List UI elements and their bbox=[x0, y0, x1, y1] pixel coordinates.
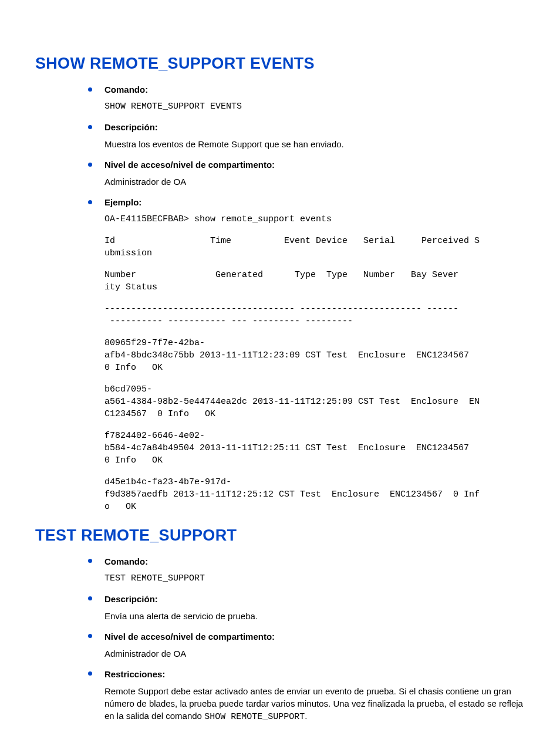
s2-restr-suffix: . bbox=[305, 711, 307, 721]
s1-ejemplo: Ejemplo: OA-E4115BECFBAB> show remote_su… bbox=[88, 196, 525, 513]
s2-comando-label: Comando: bbox=[104, 555, 525, 568]
s1-comando-label: Comando: bbox=[104, 83, 525, 96]
s1-ejemplo-line0: OA-E4115BECFBAB> show remote_support eve… bbox=[104, 213, 525, 225]
s2-descripcion: Descripción: Envía una alerta de servici… bbox=[88, 593, 525, 622]
s2-nivel: Nivel de acceso/nivel de compartimento: … bbox=[88, 630, 525, 660]
s1-ejemplo-label: Ejemplo: bbox=[104, 196, 525, 208]
s2-restr-prefix: Remote Support debe estar activado antes… bbox=[104, 686, 523, 721]
s2-restr-code: SHOW REMOTE_SUPPORT bbox=[204, 712, 305, 722]
s1-ejemplo-line6: f7824402-6646-4e02- b584-4c7a84b49504 20… bbox=[104, 430, 525, 467]
s2-nivel-label: Nivel de acceso/nivel de compartimento: bbox=[104, 630, 525, 643]
s1-comando-code: SHOW REMOTE_SUPPORT EVENTS bbox=[104, 100, 525, 113]
s1-descripcion-label: Descripción: bbox=[104, 121, 525, 133]
s1-ejemplo-line5: b6cd7095- a561-4384-98b2-5e44744ea2dc 20… bbox=[104, 383, 525, 420]
s2-comando-code: TEST REMOTE_SUPPORT bbox=[104, 572, 525, 585]
s1-nivel-label: Nivel de acceso/nivel de compartimento: bbox=[104, 158, 525, 171]
s1-descripcion-text: Muestra los eventos de Remote Support qu… bbox=[104, 138, 525, 150]
heading-show-remote-support-events: SHOW REMOTE_SUPPORT EVENTS bbox=[35, 53, 525, 75]
s1-ejemplo-line1: Id Time Event Device Serial Perceived S … bbox=[104, 235, 525, 259]
s2-restricciones-label: Restricciones: bbox=[104, 668, 525, 680]
s1-ejemplo-block: OA-E4115BECFBAB> show remote_support eve… bbox=[104, 213, 525, 513]
s1-ejemplo-line7: d45e1b4c-fa23-4b7e-917d- f9d3857aedfb 20… bbox=[104, 476, 525, 513]
s1-descripcion: Descripción: Muestra los eventos de Remo… bbox=[88, 121, 525, 150]
s2-restricciones-text: Remote Support debe estar activado antes… bbox=[104, 685, 525, 723]
s1-ejemplo-line2: Number Generated Type Type Number Bay Se… bbox=[104, 269, 525, 293]
s1-comando: Comando: SHOW REMOTE_SUPPORT EVENTS bbox=[88, 83, 525, 113]
s1-ejemplo-line4: 80965f29-7f7e-42ba- afb4-8bdc348c75bb 20… bbox=[104, 337, 525, 374]
s1-nivel: Nivel de acceso/nivel de compartimento: … bbox=[88, 158, 525, 188]
s1-nivel-text: Administrador de OA bbox=[104, 175, 525, 188]
s2-restricciones: Restricciones: Remote Support debe estar… bbox=[88, 668, 525, 723]
s1-ejemplo-line3: ------------------------------------ ---… bbox=[104, 303, 525, 328]
s2-descripcion-label: Descripción: bbox=[104, 593, 525, 605]
section2-list: Comando: TEST REMOTE_SUPPORT Descripción… bbox=[88, 555, 525, 723]
s2-descripcion-text: Envía una alerta de servicio de prueba. bbox=[104, 610, 525, 622]
s2-nivel-text: Administrador de OA bbox=[104, 647, 525, 660]
heading-test-remote-support: TEST REMOTE_SUPPORT bbox=[35, 525, 525, 547]
s2-comando: Comando: TEST REMOTE_SUPPORT bbox=[88, 555, 525, 585]
section1-list: Comando: SHOW REMOTE_SUPPORT EVENTS Desc… bbox=[88, 83, 525, 513]
